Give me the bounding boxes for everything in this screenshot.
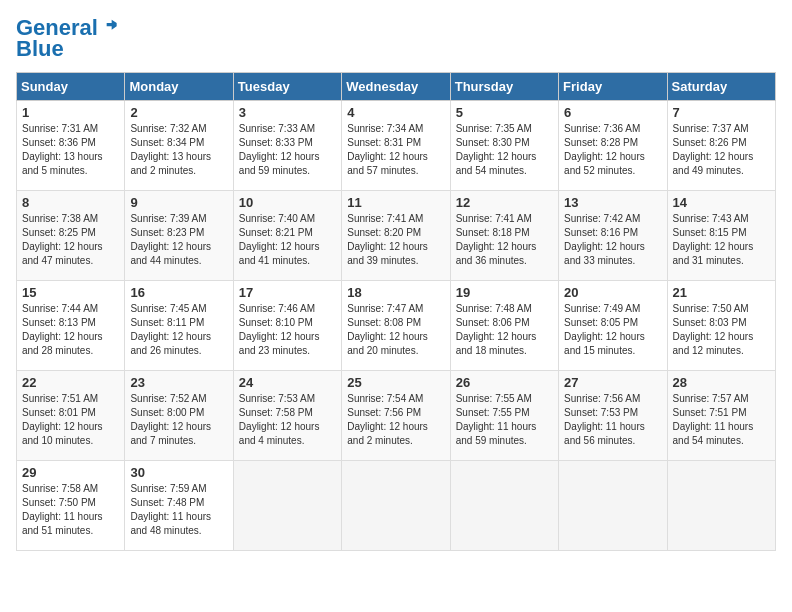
calendar-cell (559, 461, 667, 551)
calendar-cell: 8 Sunrise: 7:38 AM Sunset: 8:25 PM Dayli… (17, 191, 125, 281)
calendar-cell: 21 Sunrise: 7:50 AM Sunset: 8:03 PM Dayl… (667, 281, 775, 371)
calendar-row: 8 Sunrise: 7:38 AM Sunset: 8:25 PM Dayli… (17, 191, 776, 281)
calendar-cell: 25 Sunrise: 7:54 AM Sunset: 7:56 PM Dayl… (342, 371, 450, 461)
day-number: 25 (347, 375, 444, 390)
day-number: 9 (130, 195, 227, 210)
day-info: Sunrise: 7:45 AM Sunset: 8:11 PM Dayligh… (130, 302, 227, 358)
day-number: 20 (564, 285, 661, 300)
calendar-row: 22 Sunrise: 7:51 AM Sunset: 8:01 PM Dayl… (17, 371, 776, 461)
calendar-body: 1 Sunrise: 7:31 AM Sunset: 8:36 PM Dayli… (17, 101, 776, 551)
day-info: Sunrise: 7:52 AM Sunset: 8:00 PM Dayligh… (130, 392, 227, 448)
day-number: 26 (456, 375, 553, 390)
day-number: 4 (347, 105, 444, 120)
day-number: 27 (564, 375, 661, 390)
calendar-cell: 19 Sunrise: 7:48 AM Sunset: 8:06 PM Dayl… (450, 281, 558, 371)
calendar-cell: 28 Sunrise: 7:57 AM Sunset: 7:51 PM Dayl… (667, 371, 775, 461)
day-info: Sunrise: 7:56 AM Sunset: 7:53 PM Dayligh… (564, 392, 661, 448)
day-info: Sunrise: 7:54 AM Sunset: 7:56 PM Dayligh… (347, 392, 444, 448)
day-number: 19 (456, 285, 553, 300)
day-info: Sunrise: 7:55 AM Sunset: 7:55 PM Dayligh… (456, 392, 553, 448)
day-number: 13 (564, 195, 661, 210)
calendar-cell: 11 Sunrise: 7:41 AM Sunset: 8:20 PM Dayl… (342, 191, 450, 281)
day-number: 16 (130, 285, 227, 300)
calendar-cell (450, 461, 558, 551)
day-info: Sunrise: 7:53 AM Sunset: 7:58 PM Dayligh… (239, 392, 336, 448)
page-header: General Blue (16, 16, 776, 62)
weekday-header: Wednesday (342, 73, 450, 101)
calendar-cell: 3 Sunrise: 7:33 AM Sunset: 8:33 PM Dayli… (233, 101, 341, 191)
day-number: 15 (22, 285, 119, 300)
calendar-cell: 22 Sunrise: 7:51 AM Sunset: 8:01 PM Dayl… (17, 371, 125, 461)
day-number: 8 (22, 195, 119, 210)
day-info: Sunrise: 7:38 AM Sunset: 8:25 PM Dayligh… (22, 212, 119, 268)
calendar-cell (342, 461, 450, 551)
day-info: Sunrise: 7:40 AM Sunset: 8:21 PM Dayligh… (239, 212, 336, 268)
calendar-cell: 15 Sunrise: 7:44 AM Sunset: 8:13 PM Dayl… (17, 281, 125, 371)
day-info: Sunrise: 7:44 AM Sunset: 8:13 PM Dayligh… (22, 302, 119, 358)
day-number: 29 (22, 465, 119, 480)
day-info: Sunrise: 7:41 AM Sunset: 8:18 PM Dayligh… (456, 212, 553, 268)
day-info: Sunrise: 7:34 AM Sunset: 8:31 PM Dayligh… (347, 122, 444, 178)
logo: General Blue (16, 16, 120, 62)
calendar-cell: 26 Sunrise: 7:55 AM Sunset: 7:55 PM Dayl… (450, 371, 558, 461)
day-number: 28 (673, 375, 770, 390)
calendar-cell: 18 Sunrise: 7:47 AM Sunset: 8:08 PM Dayl… (342, 281, 450, 371)
day-info: Sunrise: 7:51 AM Sunset: 8:01 PM Dayligh… (22, 392, 119, 448)
day-info: Sunrise: 7:46 AM Sunset: 8:10 PM Dayligh… (239, 302, 336, 358)
calendar-row: 1 Sunrise: 7:31 AM Sunset: 8:36 PM Dayli… (17, 101, 776, 191)
calendar-cell: 12 Sunrise: 7:41 AM Sunset: 8:18 PM Dayl… (450, 191, 558, 281)
calendar-cell: 30 Sunrise: 7:59 AM Sunset: 7:48 PM Dayl… (125, 461, 233, 551)
calendar-cell (667, 461, 775, 551)
day-info: Sunrise: 7:48 AM Sunset: 8:06 PM Dayligh… (456, 302, 553, 358)
day-number: 21 (673, 285, 770, 300)
calendar-cell: 14 Sunrise: 7:43 AM Sunset: 8:15 PM Dayl… (667, 191, 775, 281)
day-info: Sunrise: 7:57 AM Sunset: 7:51 PM Dayligh… (673, 392, 770, 448)
day-info: Sunrise: 7:35 AM Sunset: 8:30 PM Dayligh… (456, 122, 553, 178)
day-number: 12 (456, 195, 553, 210)
weekday-header: Friday (559, 73, 667, 101)
day-number: 24 (239, 375, 336, 390)
calendar-table: SundayMondayTuesdayWednesdayThursdayFrid… (16, 72, 776, 551)
calendar-cell: 17 Sunrise: 7:46 AM Sunset: 8:10 PM Dayl… (233, 281, 341, 371)
day-number: 10 (239, 195, 336, 210)
weekday-header: Monday (125, 73, 233, 101)
day-number: 5 (456, 105, 553, 120)
day-number: 2 (130, 105, 227, 120)
day-info: Sunrise: 7:58 AM Sunset: 7:50 PM Dayligh… (22, 482, 119, 538)
calendar-row: 15 Sunrise: 7:44 AM Sunset: 8:13 PM Dayl… (17, 281, 776, 371)
day-info: Sunrise: 7:37 AM Sunset: 8:26 PM Dayligh… (673, 122, 770, 178)
calendar-cell (233, 461, 341, 551)
calendar-header-row: SundayMondayTuesdayWednesdayThursdayFrid… (17, 73, 776, 101)
calendar-cell: 4 Sunrise: 7:34 AM Sunset: 8:31 PM Dayli… (342, 101, 450, 191)
day-info: Sunrise: 7:59 AM Sunset: 7:48 PM Dayligh… (130, 482, 227, 538)
calendar-cell: 2 Sunrise: 7:32 AM Sunset: 8:34 PM Dayli… (125, 101, 233, 191)
calendar-cell: 27 Sunrise: 7:56 AM Sunset: 7:53 PM Dayl… (559, 371, 667, 461)
weekday-header: Tuesday (233, 73, 341, 101)
day-info: Sunrise: 7:42 AM Sunset: 8:16 PM Dayligh… (564, 212, 661, 268)
day-number: 7 (673, 105, 770, 120)
day-info: Sunrise: 7:43 AM Sunset: 8:15 PM Dayligh… (673, 212, 770, 268)
calendar-cell: 24 Sunrise: 7:53 AM Sunset: 7:58 PM Dayl… (233, 371, 341, 461)
calendar-cell: 13 Sunrise: 7:42 AM Sunset: 8:16 PM Dayl… (559, 191, 667, 281)
day-info: Sunrise: 7:50 AM Sunset: 8:03 PM Dayligh… (673, 302, 770, 358)
day-info: Sunrise: 7:39 AM Sunset: 8:23 PM Dayligh… (130, 212, 227, 268)
day-info: Sunrise: 7:36 AM Sunset: 8:28 PM Dayligh… (564, 122, 661, 178)
day-number: 17 (239, 285, 336, 300)
day-number: 3 (239, 105, 336, 120)
day-number: 14 (673, 195, 770, 210)
calendar-cell: 1 Sunrise: 7:31 AM Sunset: 8:36 PM Dayli… (17, 101, 125, 191)
day-number: 30 (130, 465, 227, 480)
day-number: 1 (22, 105, 119, 120)
day-info: Sunrise: 7:32 AM Sunset: 8:34 PM Dayligh… (130, 122, 227, 178)
calendar-cell: 10 Sunrise: 7:40 AM Sunset: 8:21 PM Dayl… (233, 191, 341, 281)
calendar-cell: 23 Sunrise: 7:52 AM Sunset: 8:00 PM Dayl… (125, 371, 233, 461)
day-number: 6 (564, 105, 661, 120)
weekday-header: Saturday (667, 73, 775, 101)
day-info: Sunrise: 7:47 AM Sunset: 8:08 PM Dayligh… (347, 302, 444, 358)
weekday-header: Thursday (450, 73, 558, 101)
day-info: Sunrise: 7:41 AM Sunset: 8:20 PM Dayligh… (347, 212, 444, 268)
day-number: 11 (347, 195, 444, 210)
day-number: 23 (130, 375, 227, 390)
calendar-cell: 7 Sunrise: 7:37 AM Sunset: 8:26 PM Dayli… (667, 101, 775, 191)
calendar-cell: 5 Sunrise: 7:35 AM Sunset: 8:30 PM Dayli… (450, 101, 558, 191)
